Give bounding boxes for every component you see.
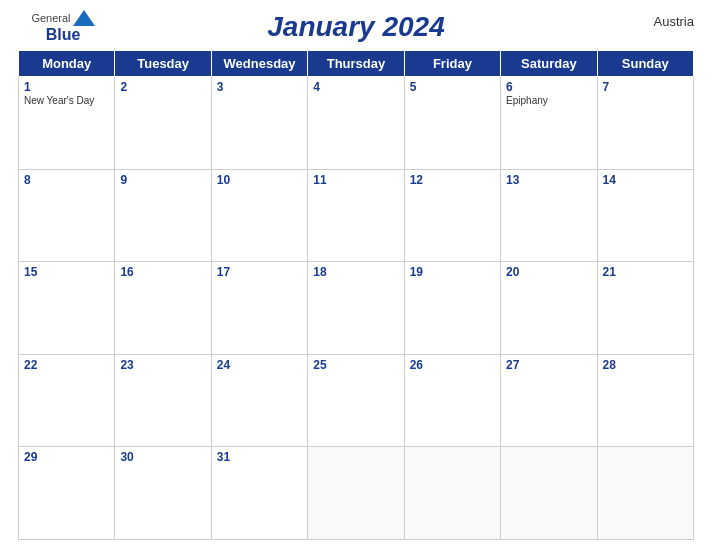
day-number: 3 — [217, 80, 302, 94]
day-number: 27 — [506, 358, 591, 372]
day-cell: 10 — [211, 169, 307, 262]
day-number: 10 — [217, 173, 302, 187]
holiday-label: Epiphany — [506, 95, 591, 106]
day-cell: 20 — [501, 262, 597, 355]
day-cell: 7 — [597, 77, 693, 170]
day-number: 13 — [506, 173, 591, 187]
country-label: Austria — [604, 10, 694, 29]
day-cell: 2 — [115, 77, 211, 170]
day-cell: 9 — [115, 169, 211, 262]
day-cell: 4 — [308, 77, 404, 170]
col-wednesday: Wednesday — [211, 51, 307, 77]
day-cell: 17 — [211, 262, 307, 355]
day-cell: 5 — [404, 77, 500, 170]
day-number: 8 — [24, 173, 109, 187]
day-cell: 1New Year's Day — [19, 77, 115, 170]
days-of-week-row: Monday Tuesday Wednesday Thursday Friday… — [19, 51, 694, 77]
day-number: 14 — [603, 173, 688, 187]
day-number: 19 — [410, 265, 495, 279]
col-tuesday: Tuesday — [115, 51, 211, 77]
calendar-title: January 2024 — [267, 11, 444, 42]
day-number: 12 — [410, 173, 495, 187]
day-number: 30 — [120, 450, 205, 464]
calendar-body: 1New Year's Day23456Epiphany789101112131… — [19, 77, 694, 540]
day-number: 29 — [24, 450, 109, 464]
day-number: 1 — [24, 80, 109, 94]
week-row-3: 15161718192021 — [19, 262, 694, 355]
logo-general-text: General — [31, 12, 70, 24]
day-cell: 13 — [501, 169, 597, 262]
week-row-5: 293031 — [19, 447, 694, 540]
logo-bird-icon — [73, 10, 95, 26]
day-cell: 23 — [115, 354, 211, 447]
day-number: 11 — [313, 173, 398, 187]
week-row-2: 891011121314 — [19, 169, 694, 262]
day-number: 2 — [120, 80, 205, 94]
holiday-label: New Year's Day — [24, 95, 109, 106]
col-thursday: Thursday — [308, 51, 404, 77]
day-cell: 12 — [404, 169, 500, 262]
day-cell: 24 — [211, 354, 307, 447]
day-cell — [308, 447, 404, 540]
day-number: 24 — [217, 358, 302, 372]
day-cell: 15 — [19, 262, 115, 355]
day-number: 22 — [24, 358, 109, 372]
day-cell: 28 — [597, 354, 693, 447]
calendar-table: Monday Tuesday Wednesday Thursday Friday… — [18, 50, 694, 540]
day-number: 15 — [24, 265, 109, 279]
day-cell: 22 — [19, 354, 115, 447]
day-number: 16 — [120, 265, 205, 279]
day-number: 6 — [506, 80, 591, 94]
day-number: 28 — [603, 358, 688, 372]
day-cell: 14 — [597, 169, 693, 262]
col-saturday: Saturday — [501, 51, 597, 77]
day-cell: 26 — [404, 354, 500, 447]
calendar-page: General Blue January 2024 Austria Monday… — [0, 0, 712, 550]
day-cell: 19 — [404, 262, 500, 355]
logo-blue-text: Blue — [46, 26, 81, 44]
week-row-4: 22232425262728 — [19, 354, 694, 447]
day-cell — [404, 447, 500, 540]
day-cell: 16 — [115, 262, 211, 355]
day-number: 31 — [217, 450, 302, 464]
day-cell — [597, 447, 693, 540]
day-cell: 29 — [19, 447, 115, 540]
day-cell: 30 — [115, 447, 211, 540]
day-number: 5 — [410, 80, 495, 94]
col-monday: Monday — [19, 51, 115, 77]
day-number: 7 — [603, 80, 688, 94]
day-number: 18 — [313, 265, 398, 279]
day-cell: 31 — [211, 447, 307, 540]
day-number: 4 — [313, 80, 398, 94]
week-row-1: 1New Year's Day23456Epiphany7 — [19, 77, 694, 170]
day-number: 17 — [217, 265, 302, 279]
day-number: 23 — [120, 358, 205, 372]
day-cell: 18 — [308, 262, 404, 355]
day-cell: 27 — [501, 354, 597, 447]
day-cell — [501, 447, 597, 540]
day-cell: 11 — [308, 169, 404, 262]
day-cell: 25 — [308, 354, 404, 447]
day-cell: 3 — [211, 77, 307, 170]
col-friday: Friday — [404, 51, 500, 77]
day-cell: 8 — [19, 169, 115, 262]
title-area: January 2024 — [108, 11, 604, 43]
day-number: 25 — [313, 358, 398, 372]
day-cell: 6Epiphany — [501, 77, 597, 170]
svg-marker-0 — [73, 10, 95, 26]
col-sunday: Sunday — [597, 51, 693, 77]
day-number: 21 — [603, 265, 688, 279]
logo: General Blue — [18, 10, 108, 44]
day-number: 20 — [506, 265, 591, 279]
day-number: 26 — [410, 358, 495, 372]
day-cell: 21 — [597, 262, 693, 355]
calendar-header: General Blue January 2024 Austria — [18, 10, 694, 44]
day-number: 9 — [120, 173, 205, 187]
